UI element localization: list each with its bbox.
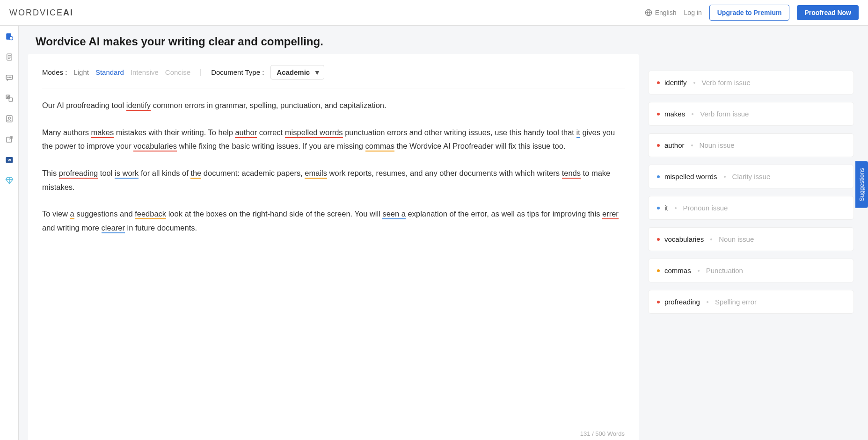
dot-icon	[657, 175, 660, 178]
sidebar-profile-icon[interactable]	[4, 114, 15, 124]
proofread-top-button[interactable]: Proofread Now	[797, 5, 859, 20]
suggestions-tab[interactable]: Suggestions	[855, 161, 868, 208]
logo[interactable]: WORDVICEAI	[9, 8, 73, 18]
modes-label: Modes :	[42, 68, 67, 76]
suggestion-word: it	[664, 204, 668, 212]
logo-prefix: WORDVICE	[9, 8, 63, 17]
language-selector[interactable]: English	[645, 9, 677, 16]
dot-icon	[657, 238, 660, 241]
suggestion-card[interactable]: itPronoun issue	[648, 196, 854, 220]
mode-light[interactable]: Light	[73, 68, 89, 76]
sidebar-word-icon[interactable]: W	[4, 155, 15, 165]
sidebar-document-icon[interactable]	[4, 52, 15, 62]
separator-icon	[710, 238, 712, 240]
svg-text:W: W	[7, 158, 11, 162]
main: Wordvice AI makes your writing clear and…	[19, 26, 868, 440]
sidebar-diamond-icon[interactable]	[4, 175, 15, 186]
separator-icon	[675, 207, 677, 209]
toolbar: Modes : Light Standard Intensive Concise…	[42, 65, 625, 88]
suggestion-issue: Pronoun issue	[683, 204, 728, 212]
dot-icon	[657, 207, 660, 209]
word-count: 131 / 500 Words	[42, 426, 625, 440]
suggestion-card[interactable]: vocabulariesNoun issue	[648, 227, 854, 251]
suggestion-issue: Verb form issue	[700, 110, 749, 118]
suggestion-word: vocabularies	[664, 235, 704, 243]
upgrade-button[interactable]: Upgrade to Premium	[709, 5, 790, 21]
sidebar-translate-icon[interactable]: A	[4, 93, 15, 103]
suggestion-issue: Noun issue	[700, 141, 735, 149]
suggestion-word: makes	[664, 110, 685, 118]
suggestion-card[interactable]: mispelled worrdsClarity issue	[648, 165, 854, 188]
login-link[interactable]: Log in	[684, 9, 702, 16]
suggestion-card[interactable]: identifyVerb form issue	[648, 71, 854, 94]
doc-type-label: Document Type :	[211, 68, 264, 76]
suggestion-card[interactable]: authorNoun issue	[648, 133, 854, 157]
sidebar: A W	[0, 26, 19, 440]
suggestion-issue: Verb form issue	[702, 79, 751, 87]
suggestion-word: identify	[664, 79, 687, 87]
suggestions-panel: identifyVerb form issuemakesVerb form is…	[639, 54, 859, 440]
mode-concise[interactable]: Concise	[165, 68, 190, 76]
suggestion-issue: Punctuation	[706, 267, 743, 274]
logo-suffix: AI	[63, 8, 73, 17]
separator-icon	[724, 176, 726, 178]
suggestion-card[interactable]: makesVerb form issue	[648, 102, 854, 126]
dot-icon	[657, 269, 660, 272]
dot-icon	[657, 81, 660, 84]
svg-text:A: A	[7, 95, 9, 98]
separator-icon	[698, 270, 700, 272]
mode-intensive[interactable]: Intensive	[131, 68, 159, 76]
dot-icon	[657, 144, 660, 147]
svg-point-11	[10, 77, 11, 78]
sidebar-chat-icon[interactable]	[4, 72, 15, 83]
separator-icon	[693, 82, 695, 84]
suggestion-issue: Noun issue	[719, 235, 754, 243]
separator: |	[200, 68, 202, 77]
suggestion-word: author	[664, 141, 685, 149]
mode-standard[interactable]: Standard	[95, 68, 124, 76]
sidebar-external-icon[interactable]	[4, 134, 15, 144]
globe-icon	[645, 9, 652, 16]
suggestion-card[interactable]: commasPunctuation	[648, 259, 854, 282]
svg-point-3	[9, 36, 13, 40]
suggestion-card[interactable]: profreadingSpelling error	[648, 290, 854, 314]
language-label: English	[655, 9, 677, 16]
suggestion-word: profreading	[664, 298, 700, 306]
svg-point-10	[9, 77, 10, 78]
editor-text[interactable]: Our AI proofreading tool identify common…	[42, 99, 625, 426]
content-row: Modes : Light Standard Intensive Concise…	[19, 54, 868, 440]
svg-point-16	[8, 117, 10, 119]
suggestion-issue: Clarity issue	[732, 173, 771, 180]
svg-point-9	[7, 77, 8, 78]
dot-icon	[657, 301, 660, 303]
header: WORDVICEAI English Log in Upgrade to Pre…	[0, 0, 868, 26]
separator-icon	[691, 144, 693, 146]
dot-icon	[657, 113, 660, 115]
page-title: Wordvice AI makes your writing clear and…	[19, 26, 868, 54]
header-right: English Log in Upgrade to Premium Proofr…	[645, 5, 859, 21]
suggestion-word: mispelled worrds	[664, 173, 717, 180]
layout: A W Wordvice AI makes your writing clear…	[0, 26, 868, 440]
separator-icon	[692, 113, 693, 115]
separator-icon	[707, 301, 708, 303]
doc-type-select[interactable]: Academic	[270, 65, 324, 79]
editor-panel: Modes : Light Standard Intensive Concise…	[28, 54, 639, 440]
suggestion-issue: Spelling error	[715, 298, 757, 306]
sidebar-proofread-icon[interactable]	[4, 31, 15, 42]
suggestion-word: commas	[664, 267, 691, 274]
